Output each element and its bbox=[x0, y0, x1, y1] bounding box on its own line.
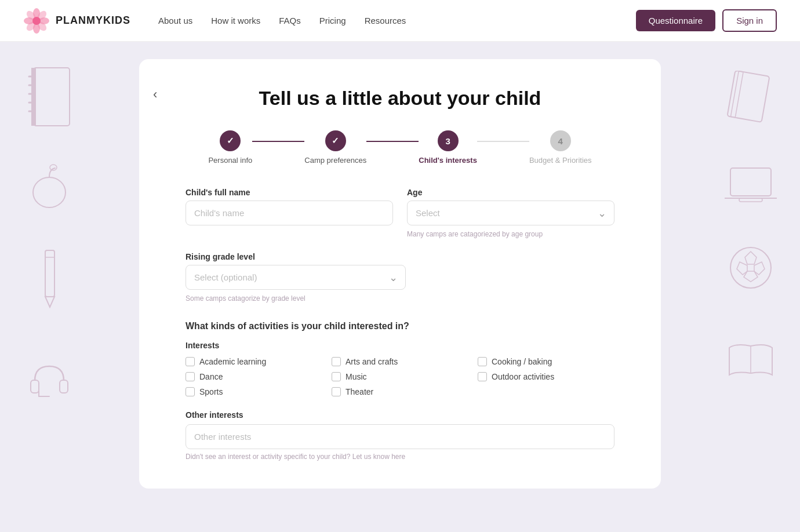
grade-hint: Some camps catagorize by grade level bbox=[186, 294, 406, 303]
nav-pricing[interactable]: Pricing bbox=[319, 16, 346, 25]
step-3-label: Child's interests bbox=[419, 156, 477, 165]
soccer-ball-icon bbox=[728, 245, 774, 291]
page-background: ‹ Tell us a little about your child ✓ Pe… bbox=[0, 42, 800, 532]
logo-text: PLANMYKIDS bbox=[56, 14, 130, 27]
svg-rect-26 bbox=[730, 71, 743, 118]
interest-cooking-label: Cooking / baking bbox=[492, 357, 552, 366]
grade-select[interactable]: Select (optional) bbox=[186, 265, 406, 290]
pencil-icon bbox=[34, 245, 66, 308]
logo[interactable]: PLANMYKIDS bbox=[23, 8, 130, 34]
grade-label: Rising grade level bbox=[186, 252, 406, 261]
apple-icon bbox=[29, 163, 70, 210]
card-title: Tell us a little about your child bbox=[186, 87, 614, 110]
nav-actions: Questionnaire Sign in bbox=[636, 9, 777, 32]
interest-academic-checkbox[interactable] bbox=[186, 357, 195, 366]
child-name-group: Child's full name bbox=[186, 188, 393, 238]
svg-marker-31 bbox=[745, 252, 757, 264]
interests-question: What kinds of activities is your child i… bbox=[186, 321, 614, 331]
step-2-label: Camp preferences bbox=[304, 156, 366, 165]
step-3-circle: 3 bbox=[438, 130, 459, 151]
interests-subtitle: Interests bbox=[186, 341, 614, 350]
interest-music-checkbox[interactable] bbox=[332, 372, 341, 381]
child-name-input[interactable] bbox=[186, 201, 393, 225]
svg-marker-32 bbox=[754, 262, 765, 275]
card: ‹ Tell us a little about your child ✓ Pe… bbox=[139, 59, 661, 489]
connector-1 bbox=[252, 141, 304, 142]
interest-cooking-checkbox[interactable] bbox=[478, 357, 487, 366]
interest-theater[interactable]: Theater bbox=[332, 387, 468, 396]
interest-outdoor-checkbox[interactable] bbox=[478, 372, 487, 381]
signin-button[interactable]: Sign in bbox=[722, 9, 777, 32]
grade-select-wrapper: Select (optional) ⌄ bbox=[186, 265, 406, 290]
interests-section: What kinds of activities is your child i… bbox=[186, 321, 614, 461]
nav-resources[interactable]: Resources bbox=[365, 16, 406, 25]
headphones-icon bbox=[26, 355, 72, 401]
interest-sports-checkbox[interactable] bbox=[186, 387, 195, 396]
interest-sports[interactable]: Sports bbox=[186, 387, 322, 396]
age-hint: Many camps are catagoriezed by age group bbox=[407, 230, 614, 238]
interest-dance-checkbox[interactable] bbox=[186, 372, 195, 381]
step-1: ✓ Personal info bbox=[208, 130, 252, 165]
questionnaire-button[interactable]: Questionnaire bbox=[636, 10, 715, 31]
stepper: ✓ Personal info ✓ Camp preferences 3 Chi… bbox=[186, 130, 614, 165]
svg-rect-25 bbox=[727, 71, 769, 122]
interest-arts[interactable]: Arts and crafts bbox=[332, 357, 468, 366]
navbar: PLANMYKIDS About us How it works FAQs Pr… bbox=[0, 0, 800, 42]
deco-left bbox=[0, 42, 99, 532]
interest-theater-checkbox[interactable] bbox=[332, 387, 341, 396]
name-age-row: Child's full name Age Select ⌄ Many camp… bbox=[186, 188, 614, 238]
nav-about[interactable]: About us bbox=[158, 16, 192, 25]
svg-rect-27 bbox=[730, 168, 771, 196]
interest-sports-label: Sports bbox=[199, 387, 223, 396]
interest-music-label: Music bbox=[346, 372, 367, 381]
grade-group: Rising grade level Select (optional) ⌄ S… bbox=[186, 252, 406, 303]
laptop-icon bbox=[722, 163, 780, 210]
svg-rect-22 bbox=[60, 380, 68, 393]
step-1-circle: ✓ bbox=[220, 130, 241, 151]
step-2-circle: ✓ bbox=[325, 130, 346, 151]
svg-point-8 bbox=[32, 17, 41, 25]
other-interests-input[interactable] bbox=[186, 424, 614, 449]
svg-rect-21 bbox=[31, 380, 39, 393]
step-4-label: Budget & Priorities bbox=[529, 156, 592, 165]
step-4: 4 Budget & Priorities bbox=[529, 130, 592, 165]
interest-dance-label: Dance bbox=[199, 372, 223, 381]
step-4-circle: 4 bbox=[550, 130, 571, 151]
step-2: ✓ Camp preferences bbox=[304, 130, 366, 165]
interest-arts-label: Arts and crafts bbox=[346, 357, 398, 366]
svg-rect-9 bbox=[34, 68, 70, 126]
step-3: 3 Child's interests bbox=[419, 130, 477, 165]
svg-marker-34 bbox=[744, 271, 758, 282]
connector-2 bbox=[366, 141, 419, 142]
interests-grid: Academic learning Arts and crafts Cookin… bbox=[186, 357, 614, 396]
other-interests-hint: Didn't see an interest or activity speci… bbox=[186, 453, 614, 461]
interest-arts-checkbox[interactable] bbox=[332, 357, 341, 366]
svg-point-16 bbox=[33, 177, 66, 207]
svg-point-17 bbox=[50, 165, 57, 170]
other-interests-label: Other interests bbox=[186, 410, 614, 420]
nav-how-it-works[interactable]: How it works bbox=[211, 16, 260, 25]
age-label: Age bbox=[407, 188, 614, 197]
age-select[interactable]: Select bbox=[407, 201, 614, 225]
nav-faqs[interactable]: FAQs bbox=[279, 16, 301, 25]
child-name-label: Child's full name bbox=[186, 188, 393, 197]
back-button[interactable]: ‹ bbox=[153, 87, 157, 102]
svg-marker-19 bbox=[45, 297, 54, 307]
grade-row: Rising grade level Select (optional) ⌄ S… bbox=[186, 252, 614, 303]
age-group: Age Select ⌄ Many camps are catagoriezed… bbox=[407, 188, 614, 238]
nav-links: About us How it works FAQs Pricing Resou… bbox=[158, 16, 636, 25]
interest-music[interactable]: Music bbox=[332, 372, 468, 381]
interest-cooking[interactable]: Cooking / baking bbox=[478, 357, 614, 366]
interest-theater-label: Theater bbox=[346, 387, 373, 396]
deco-right bbox=[701, 42, 800, 532]
interest-dance[interactable]: Dance bbox=[186, 372, 322, 381]
step-1-label: Personal info bbox=[208, 156, 252, 165]
svg-marker-33 bbox=[737, 262, 747, 275]
interest-outdoor-label: Outdoor activities bbox=[492, 372, 554, 381]
other-interests-group: Other interests Didn't see an interest o… bbox=[186, 410, 614, 461]
angled-book-icon bbox=[725, 71, 777, 129]
age-select-wrapper: Select ⌄ bbox=[407, 201, 614, 225]
interest-outdoor[interactable]: Outdoor activities bbox=[478, 372, 614, 381]
open-book-icon bbox=[725, 337, 777, 384]
interest-academic[interactable]: Academic learning bbox=[186, 357, 322, 366]
